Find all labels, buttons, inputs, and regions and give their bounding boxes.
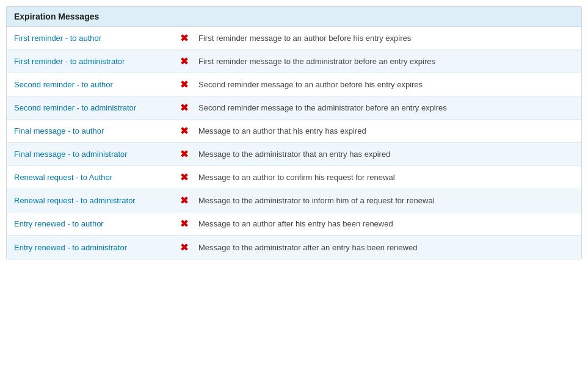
delete-icon-first-reminder-admin[interactable]: ✖: [172, 53, 196, 70]
delete-icon-renewal-request-author[interactable]: ✖: [172, 169, 196, 186]
description-first-reminder-admin: First reminder message to the administra…: [196, 52, 581, 71]
table-row: Entry renewed - to administrator✖Message…: [7, 236, 581, 259]
x-mark-icon: ✖: [180, 172, 188, 183]
link-second-reminder-author[interactable]: Second reminder - to author: [7, 75, 172, 94]
link-second-reminder-admin[interactable]: Second reminder - to administrator: [7, 98, 172, 117]
page-container: Expiration Messages First reminder - to …: [0, 0, 588, 266]
delete-icon-second-reminder-author[interactable]: ✖: [172, 76, 196, 93]
table-row: First reminder - to author✖First reminde…: [7, 27, 581, 50]
delete-icon-entry-renewed-admin[interactable]: ✖: [172, 239, 196, 256]
link-final-message-admin[interactable]: Final message - to administrator: [7, 145, 172, 164]
x-mark-icon: ✖: [180, 242, 188, 253]
description-renewal-request-author: Message to an author to confirm his requ…: [196, 168, 581, 187]
delete-icon-final-message-author[interactable]: ✖: [172, 123, 196, 139]
table-row: Second reminder - to author✖Second remin…: [7, 73, 581, 96]
delete-icon-entry-renewed-author[interactable]: ✖: [172, 215, 196, 232]
description-entry-renewed-author: Message to an author after his entry has…: [196, 214, 581, 233]
link-renewal-request-author[interactable]: Renewal request - to Author: [7, 168, 172, 187]
link-entry-renewed-admin[interactable]: Entry renewed - to administrator: [7, 238, 172, 257]
description-second-reminder-admin: Second reminder message to the administr…: [196, 98, 581, 117]
x-mark-icon: ✖: [180, 195, 188, 206]
table-row: First reminder - to administrator✖First …: [7, 50, 581, 73]
expiration-messages-table: Expiration Messages First reminder - to …: [6, 6, 582, 259]
delete-icon-second-reminder-admin[interactable]: ✖: [172, 99, 196, 116]
description-final-message-author: Message to an author that his entry has …: [196, 121, 581, 140]
table-row: Final message - to author✖Message to an …: [7, 120, 581, 143]
link-entry-renewed-author[interactable]: Entry renewed - to author: [7, 214, 172, 233]
x-mark-icon: ✖: [180, 102, 188, 114]
table-body: First reminder - to author✖First reminde…: [7, 27, 581, 259]
table-header: Expiration Messages: [7, 7, 581, 27]
table-title: Expiration Messages: [14, 12, 99, 21]
description-renewal-request-admin: Message to the administrator to inform h…: [196, 191, 581, 210]
link-final-message-author[interactable]: Final message - to author: [7, 121, 172, 140]
delete-icon-final-message-admin[interactable]: ✖: [172, 146, 196, 162]
x-mark-icon: ✖: [180, 148, 188, 160]
table-row: Renewal request - to administrator✖Messa…: [7, 189, 581, 212]
x-mark-icon: ✖: [180, 218, 188, 229]
x-mark-icon: ✖: [180, 56, 188, 67]
delete-icon-renewal-request-admin[interactable]: ✖: [172, 192, 196, 209]
description-first-reminder-author: First reminder message to an author befo…: [196, 29, 581, 48]
delete-icon-first-reminder-author[interactable]: ✖: [172, 30, 196, 46]
x-mark-icon: ✖: [180, 79, 188, 90]
link-first-reminder-admin[interactable]: First reminder - to administrator: [7, 52, 172, 71]
link-renewal-request-admin[interactable]: Renewal request - to administrator: [7, 191, 172, 210]
description-second-reminder-author: Second reminder message to an author bef…: [196, 75, 581, 94]
table-row: Entry renewed - to author✖Message to an …: [7, 212, 581, 236]
description-final-message-admin: Message to the administrator that an ent…: [196, 145, 581, 164]
table-row: Final message - to administrator✖Message…: [7, 143, 581, 166]
x-mark-icon: ✖: [180, 125, 188, 137]
table-row: Second reminder - to administrator✖Secon…: [7, 96, 581, 120]
table-row: Renewal request - to Author✖Message to a…: [7, 166, 581, 189]
description-entry-renewed-admin: Message to the administrator after an en…: [196, 238, 581, 257]
link-first-reminder-author[interactable]: First reminder - to author: [7, 29, 172, 48]
x-mark-icon: ✖: [180, 32, 188, 44]
